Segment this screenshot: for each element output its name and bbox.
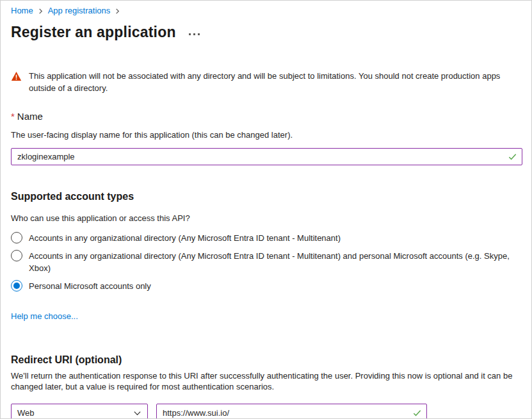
name-field-description: The user-facing display name for this ap…: [11, 130, 521, 140]
more-options-icon[interactable]: [189, 33, 200, 35]
breadcrumb: Home App registrations: [11, 6, 521, 16]
chevron-right-icon: [38, 8, 44, 14]
warning-icon: [11, 70, 22, 94]
redirect-uri-description: We'll return the authentication response…: [11, 370, 521, 392]
account-types-question: Who can use this application or access t…: [11, 213, 521, 224]
redirect-uri-row: Web: [11, 404, 521, 419]
platform-select-value: Web: [17, 408, 35, 418]
radio-option-label: Accounts in any organizational directory…: [29, 250, 521, 274]
help-me-choose-link[interactable]: Help me choose...: [11, 311, 78, 322]
page-title: Register an application: [11, 23, 176, 41]
redirect-uri-input[interactable]: [156, 404, 427, 419]
required-asterisk: *: [11, 111, 15, 122]
account-type-radio-group: Accounts in any organizational directory…: [11, 232, 521, 292]
platform-select[interactable]: Web: [11, 404, 148, 419]
name-label-text: Name: [17, 111, 43, 122]
name-input-wrap: [11, 148, 522, 165]
name-field-label: *Name: [11, 110, 521, 123]
warning-banner: This application will not be associated …: [11, 70, 521, 94]
chevron-down-icon: [133, 409, 141, 419]
chevron-right-icon: [115, 8, 120, 14]
radio-button-icon[interactable]: [11, 280, 22, 292]
app-window: Home App registrations Register an appli…: [0, 0, 532, 419]
title-row: Register an application: [11, 23, 521, 41]
supported-account-types-heading: Supported account types: [11, 190, 521, 204]
register-application-page: Home App registrations Register an appli…: [1, 1, 531, 419]
redirect-uri-input-wrap: [156, 404, 427, 419]
breadcrumb-link-home[interactable]: Home: [11, 6, 33, 16]
radio-option-multitenant[interactable]: Accounts in any organizational directory…: [11, 232, 521, 244]
breadcrumb-link-app-registrations[interactable]: App registrations: [48, 6, 111, 16]
redirect-uri-heading: Redirect URI (optional): [11, 353, 521, 367]
radio-option-label: Personal Microsoft accounts only: [29, 280, 151, 292]
radio-option-multitenant-personal[interactable]: Accounts in any organizational directory…: [11, 250, 521, 274]
radio-button-icon[interactable]: [11, 250, 22, 261]
warning-text: This application will not be associated …: [29, 70, 521, 94]
application-name-input[interactable]: [11, 148, 522, 165]
radio-option-personal-only[interactable]: Personal Microsoft accounts only: [11, 280, 521, 292]
radio-button-icon[interactable]: [11, 232, 22, 243]
radio-option-label: Accounts in any organizational directory…: [29, 232, 341, 244]
